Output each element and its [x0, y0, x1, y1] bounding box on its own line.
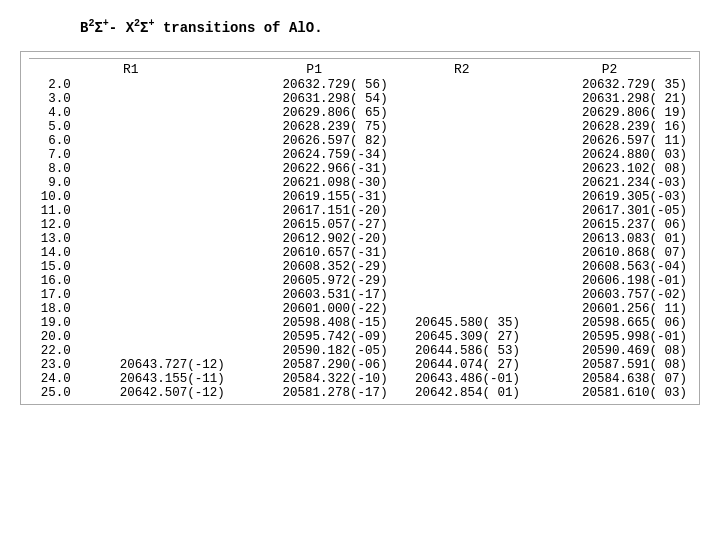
cell-r1-val	[75, 120, 233, 134]
cell-p2: 20621.234(-03)	[528, 176, 691, 190]
cell-p1: 20628.239( 75)	[233, 120, 396, 134]
cell-r2	[396, 92, 528, 106]
cell-p2: 20598.665( 06)	[528, 316, 691, 330]
cell-r2	[396, 190, 528, 204]
cell-p2: 20610.868( 07)	[528, 246, 691, 260]
cell-r2: 20643.486(-01)	[396, 372, 528, 386]
table-row: 24.0 20643.155(-11) 20584.322(-10) 20643…	[29, 372, 691, 386]
cell-r1-val: 20642.507(-12)	[75, 386, 233, 400]
col-header-p1: P1	[233, 61, 396, 78]
cell-p1: 20595.742(-09)	[233, 330, 396, 344]
cell-p1: 20603.531(-17)	[233, 288, 396, 302]
cell-r2: 20645.580( 35)	[396, 316, 528, 330]
table-container: R1 P1 R2 P2 2.0 20632.729( 56) 20632.729…	[20, 51, 700, 405]
table-row: 3.0 20631.298( 54) 20631.298( 21)	[29, 92, 691, 106]
cell-p1: 20581.278(-17)	[233, 386, 396, 400]
cell-r1-val	[75, 190, 233, 204]
table-row: 15.0 20608.352(-29) 20608.563(-04)	[29, 260, 691, 274]
cell-index: 2.0	[29, 78, 75, 92]
cell-index: 22.0	[29, 344, 75, 358]
cell-index: 15.0	[29, 260, 75, 274]
cell-p1: 20587.290(-06)	[233, 358, 396, 372]
table-row: 16.0 20605.972(-29) 20606.198(-01)	[29, 274, 691, 288]
cell-r2	[396, 246, 528, 260]
cell-index: 11.0	[29, 204, 75, 218]
cell-r2: 20644.074( 27)	[396, 358, 528, 372]
cell-r1-val	[75, 288, 233, 302]
cell-r2	[396, 176, 528, 190]
cell-r1-val	[75, 302, 233, 316]
cell-p2: 20624.880( 03)	[528, 148, 691, 162]
cell-p1: 20605.972(-29)	[233, 274, 396, 288]
cell-r2	[396, 134, 528, 148]
cell-p2: 20623.102( 08)	[528, 162, 691, 176]
cell-p2: 20632.729( 35)	[528, 78, 691, 92]
cell-p2: 20629.806( 19)	[528, 106, 691, 120]
cell-r2: 20645.309( 27)	[396, 330, 528, 344]
cell-p2: 20617.301(-05)	[528, 204, 691, 218]
cell-index: 17.0	[29, 288, 75, 302]
cell-r1-val	[75, 232, 233, 246]
table-row: 5.0 20628.239( 75) 20628.239( 16)	[29, 120, 691, 134]
cell-index: 3.0	[29, 92, 75, 106]
cell-r2	[396, 302, 528, 316]
cell-index: 9.0	[29, 176, 75, 190]
cell-index: 4.0	[29, 106, 75, 120]
cell-index: 18.0	[29, 302, 75, 316]
cell-p1: 20624.759(-34)	[233, 148, 396, 162]
cell-p1: 20617.151(-20)	[233, 204, 396, 218]
cell-r2	[396, 78, 528, 92]
table-row: 17.0 20603.531(-17) 20603.757(-02)	[29, 288, 691, 302]
cell-p2: 20584.638( 07)	[528, 372, 691, 386]
cell-p1: 20629.806( 65)	[233, 106, 396, 120]
cell-p2: 20613.083( 01)	[528, 232, 691, 246]
cell-r2	[396, 204, 528, 218]
cell-index: 8.0	[29, 162, 75, 176]
table-header-row: R1 P1 R2 P2	[29, 61, 691, 78]
cell-r1-val	[75, 92, 233, 106]
cell-index: 7.0	[29, 148, 75, 162]
cell-r1-val	[75, 274, 233, 288]
cell-p2: 20595.998(-01)	[528, 330, 691, 344]
cell-r1-val	[75, 218, 233, 232]
cell-p1: 20621.098(-30)	[233, 176, 396, 190]
cell-r1-val	[75, 246, 233, 260]
cell-p1: 20626.597( 82)	[233, 134, 396, 148]
cell-r2	[396, 120, 528, 134]
cell-r1-val	[75, 316, 233, 330]
cell-r2	[396, 218, 528, 232]
cell-p1: 20598.408(-15)	[233, 316, 396, 330]
cell-index: 5.0	[29, 120, 75, 134]
cell-r1-val: 20643.155(-11)	[75, 372, 233, 386]
table-row: 6.0 20626.597( 82) 20626.597( 11)	[29, 134, 691, 148]
table-row: 9.0 20621.098(-30) 20621.234(-03)	[29, 176, 691, 190]
cell-index: 6.0	[29, 134, 75, 148]
cell-r2	[396, 274, 528, 288]
table-row: 22.0 20590.182(-05) 20644.586( 53) 20590…	[29, 344, 691, 358]
cell-p2: 20626.597( 11)	[528, 134, 691, 148]
cell-r2: 20642.854( 01)	[396, 386, 528, 400]
cell-p1: 20631.298( 54)	[233, 92, 396, 106]
table-row: 13.0 20612.902(-20) 20613.083( 01)	[29, 232, 691, 246]
cell-index: 16.0	[29, 274, 75, 288]
col-header-r1: R1	[29, 61, 233, 78]
cell-r2	[396, 162, 528, 176]
cell-p1: 20610.657(-31)	[233, 246, 396, 260]
cell-p2: 20631.298( 21)	[528, 92, 691, 106]
cell-r2	[396, 106, 528, 120]
cell-r1-val: 20643.727(-12)	[75, 358, 233, 372]
table-row: 20.0 20595.742(-09) 20645.309( 27) 20595…	[29, 330, 691, 344]
page-subtitle: B2Σ+- X2Σ+ transitions of AlO.	[80, 16, 700, 39]
cell-r1-val	[75, 176, 233, 190]
col-header-p2: P2	[528, 61, 691, 78]
cell-index: 12.0	[29, 218, 75, 232]
cell-p2: 20601.256( 11)	[528, 302, 691, 316]
cell-r1-val	[75, 106, 233, 120]
table-row: 2.0 20632.729( 56) 20632.729( 35)	[29, 78, 691, 92]
cell-p1: 20615.057(-27)	[233, 218, 396, 232]
cell-r2: 20644.586( 53)	[396, 344, 528, 358]
cell-p2: 20606.198(-01)	[528, 274, 691, 288]
cell-index: 13.0	[29, 232, 75, 246]
cell-p1: 20619.155(-31)	[233, 190, 396, 204]
cell-index: 25.0	[29, 386, 75, 400]
